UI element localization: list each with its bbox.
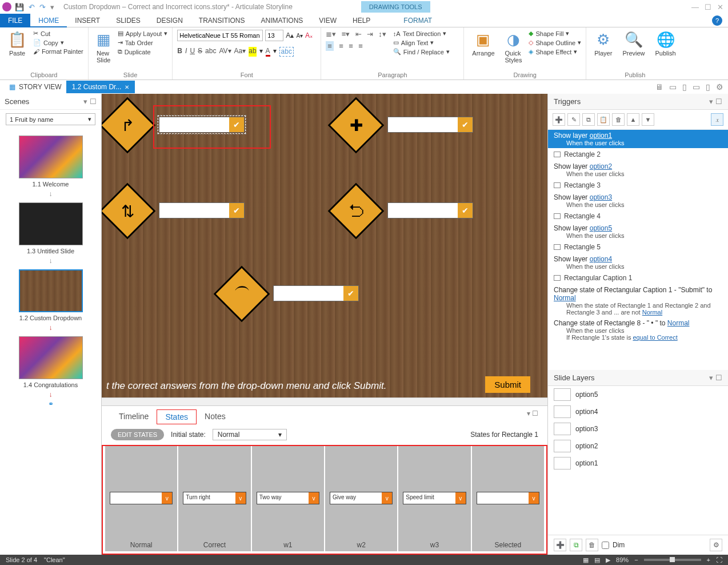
layer-row[interactable]: option1 [548,455,728,472]
new-layer-button[interactable]: ➕ [554,539,566,551]
dropdown-2[interactable]: ✔ [387,117,473,133]
trigger-item[interactable]: Change state of Rectangular Caption 1 - … [548,284,728,317]
tab-design[interactable]: DESIGN [149,14,191,27]
story-view-button[interactable]: ▦STORY VIEW [5,81,66,93]
zoom-out-icon[interactable]: − [634,556,638,563]
trigger-item[interactable]: Show layer option2When the user clicks [548,161,728,179]
scenes-menu-icon[interactable]: ▾ ☐ [83,97,97,106]
trigger-item[interactable]: Show layer option4When the user clicks [548,253,728,272]
state-cell[interactable]: Give wayvw2 [325,446,397,551]
slide-thumb[interactable] [19,136,83,178]
scene-selector[interactable]: 1 Fruit by name▾ [6,113,95,125]
slide-thumb[interactable] [19,336,83,379]
italic-button[interactable]: I [185,47,187,57]
state-cell[interactable]: Turn rightvCorrect [178,446,250,551]
edit-trigger-button[interactable]: ✎ [567,113,580,126]
delete-layer-button[interactable]: 🗑 [586,539,598,551]
horizontal-scrollbar[interactable] [102,397,547,405]
indent-icon[interactable]: ⇥ [367,30,373,38]
tablet-landscape-icon[interactable]: ▭ [669,82,677,91]
align-left-icon[interactable]: ≡ [326,41,334,51]
save-icon[interactable]: 💾 [15,3,24,11]
tab-insert[interactable]: INSERT [67,14,108,27]
tab-view[interactable]: VIEW [311,14,345,27]
copy-button[interactable]: 📄Copy ▾ [33,39,83,46]
decrease-font-icon[interactable]: A▾ [296,33,303,39]
move-down-button[interactable]: ▼ [642,113,654,126]
new-trigger-button[interactable]: ➕ [553,113,565,126]
align-right-icon[interactable]: ≡ [349,42,353,50]
state-cell[interactable]: Two wayvw1 [252,446,324,551]
highlight-button[interactable]: ab [249,47,256,57]
increase-font-icon[interactable]: A▴ [286,31,294,39]
state-cell[interactable]: vSelected [472,446,544,551]
change-case-button[interactable]: Aa▾ [234,47,246,57]
phone-landscape-icon[interactable]: ▭ [693,82,700,91]
layer-row[interactable]: option2 [548,437,728,455]
selection-handles[interactable] [158,116,246,134]
panel-menu-icon[interactable]: ▾ ☐ [709,373,722,382]
format-painter-button[interactable]: 🖌Format Painter [33,48,83,55]
duplicate-button[interactable]: ⧉Duplicate [118,48,168,55]
tablet-portrait-icon[interactable]: ▯ [682,82,687,91]
shape-fill-button[interactable]: ◆Shape Fill ▾ [529,30,581,37]
find-replace-button[interactable]: 🔍Find / Replace ▾ [393,48,450,55]
publish-button[interactable]: 🌐Publish [652,30,679,58]
paste-trigger-button[interactable]: 📋 [597,113,610,126]
trigger-item[interactable]: Show layer option5When the user clicks [548,222,728,241]
state-cell[interactable]: vNormal [105,446,177,551]
panel-menu-icon[interactable]: ▾ ☐ [527,409,538,424]
layer-properties-button[interactable]: ⚙ [710,539,722,551]
undo-icon[interactable]: ↶ [29,3,35,11]
trigger-link[interactable]: option2 [590,162,612,170]
variables-button[interactable]: 𝑥 [711,113,723,126]
initial-state-combo[interactable]: Normal▾ [213,429,287,440]
close-icon[interactable]: ✕ [717,3,723,11]
qat-dropdown-icon[interactable]: ▾ [50,3,54,11]
clear-formatting-icon[interactable]: Aₓ [305,31,313,39]
tab-states[interactable]: States [157,409,197,424]
delete-trigger-button[interactable]: 🗑 [612,113,625,126]
tab-timeline[interactable]: Timeline [111,409,157,424]
quick-styles-button[interactable]: ◑Quick Styles [502,30,526,65]
cut-button[interactable]: ✂Cut [33,30,83,37]
trigger-link[interactable]: Normal [554,294,576,302]
new-slide-button[interactable]: ▦New Slide [93,30,114,65]
tab-animations[interactable]: ANIMATIONS [253,14,311,27]
phone-portrait-icon[interactable]: ▯ [706,82,710,91]
layer-row[interactable]: option3 [548,420,728,437]
preview-button[interactable]: 🔍Preview [619,30,648,58]
trigger-link[interactable]: option4 [590,255,612,263]
help-icon[interactable]: ? [712,15,722,26]
dropdown-4[interactable]: ✔ [387,202,473,218]
trigger-object-row[interactable]: Rectangle 3 [548,179,728,192]
text-direction-button[interactable]: ↕AText Direction ▾ [393,30,450,37]
bold-button[interactable]: B [177,47,182,57]
submit-button[interactable]: Submit [485,376,530,393]
trigger-link[interactable]: equal to Correct [633,334,677,341]
underline-button[interactable]: U [190,47,195,57]
layer-row[interactable]: option4 [548,403,728,420]
fit-window-icon[interactable]: ⛶ [716,556,722,563]
minimize-icon[interactable]: — [691,3,699,11]
layer-row[interactable]: option5 [548,386,728,403]
dropdown-5[interactable]: ✔ [273,285,359,301]
edit-states-button[interactable]: EDIT STATES [111,429,164,440]
text-shadow-button[interactable]: abc [205,47,216,57]
dropdown-3[interactable]: ✔ [159,202,245,218]
trigger-object-row[interactable]: Rectangle 5 [548,241,728,253]
tab-notes[interactable]: Notes [197,409,234,424]
zoom-in-icon[interactable]: + [707,556,710,563]
char-symbol-button[interactable]: abc [279,47,294,57]
paste-button[interactable]: 📋Paste [5,30,30,58]
trigger-item[interactable]: Show layer option1When the user clicks [548,130,728,148]
slideshow-icon[interactable]: ▶ [606,556,610,564]
trigger-object-row[interactable]: Rectangle 2 [548,148,728,161]
numbering-icon[interactable]: ≡▾ [342,30,350,38]
trigger-link[interactable]: option5 [590,224,612,232]
font-size-combo[interactable] [265,30,283,41]
shape-outline-button[interactable]: ◇Shape Outline ▾ [529,39,581,46]
trigger-link[interactable]: option3 [590,193,612,201]
align-center-icon[interactable]: ≡ [339,42,343,50]
align-justify-icon[interactable]: ≡ [358,42,363,50]
